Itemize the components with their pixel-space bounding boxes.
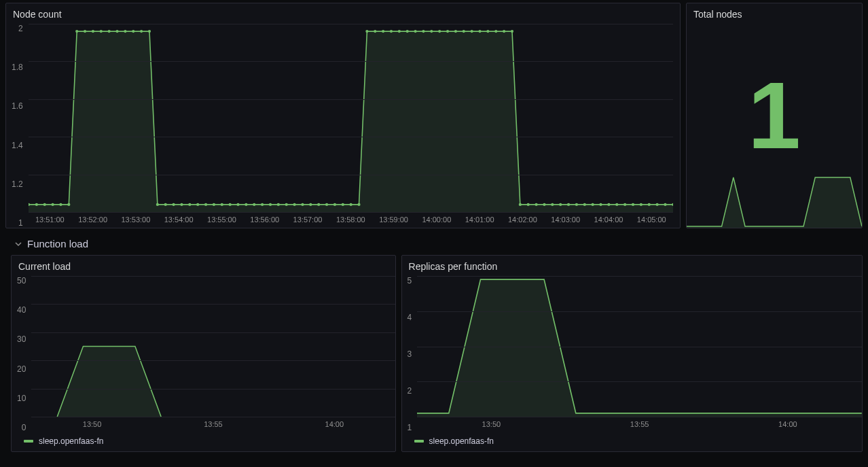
svg-point-69 — [583, 203, 585, 206]
svg-point-41 — [357, 203, 360, 206]
svg-point-10 — [107, 30, 110, 33]
svg-point-55 — [470, 30, 473, 33]
svg-point-12 — [124, 30, 126, 33]
y-axis: 50403020100 — [12, 276, 31, 432]
svg-point-3 — [51, 203, 54, 206]
svg-point-33 — [293, 203, 295, 206]
panel-replicas[interactable]: Replicas per function 54321 13:5013:5514… — [401, 255, 863, 452]
svg-point-32 — [285, 203, 287, 206]
svg-point-37 — [325, 203, 328, 206]
svg-point-36 — [317, 203, 320, 206]
legend-label: sleep.openfaas-fn — [39, 436, 103, 446]
svg-point-22 — [204, 203, 207, 206]
svg-point-61 — [518, 203, 521, 206]
svg-point-76 — [639, 203, 642, 206]
sparkline — [687, 173, 862, 228]
legend-swatch — [414, 440, 424, 443]
svg-point-75 — [632, 203, 634, 206]
svg-point-66 — [559, 203, 562, 206]
svg-point-67 — [567, 203, 570, 206]
svg-point-57 — [486, 30, 489, 33]
svg-point-18 — [172, 203, 175, 206]
svg-point-20 — [188, 203, 191, 206]
svg-point-15 — [148, 30, 151, 33]
svg-point-25 — [228, 203, 231, 206]
svg-point-9 — [99, 30, 102, 33]
svg-point-38 — [333, 203, 336, 206]
svg-point-79 — [664, 203, 666, 206]
legend[interactable]: sleep.openfaas-fn — [12, 432, 395, 451]
svg-point-44 — [382, 30, 384, 33]
legend-swatch — [24, 440, 33, 443]
svg-point-7 — [84, 30, 86, 33]
svg-point-21 — [196, 203, 199, 206]
svg-point-2 — [43, 203, 46, 206]
chart-svg — [29, 24, 673, 212]
panel-title: Total nodes — [687, 3, 862, 24]
svg-point-1 — [35, 203, 37, 206]
svg-point-53 — [454, 30, 456, 33]
legend[interactable]: sleep.openfaas-fn — [402, 432, 862, 451]
legend-label: sleep.openfaas-fn — [429, 436, 494, 446]
y-axis: 54321 — [402, 276, 418, 432]
svg-point-35 — [309, 203, 312, 206]
svg-point-39 — [341, 203, 344, 206]
row-toggle-function-load[interactable]: Function load — [0, 231, 868, 255]
svg-point-30 — [269, 203, 272, 206]
x-axis: 13:5013:5514:00 — [31, 417, 395, 432]
svg-point-58 — [494, 30, 497, 33]
svg-point-65 — [551, 203, 554, 206]
svg-point-23 — [213, 203, 215, 206]
svg-point-5 — [67, 203, 70, 206]
svg-point-71 — [599, 203, 602, 206]
plot-area[interactable] — [29, 24, 673, 213]
svg-point-59 — [503, 30, 505, 33]
svg-point-74 — [623, 203, 626, 206]
svg-point-48 — [414, 30, 416, 33]
svg-point-16 — [156, 203, 158, 206]
svg-point-19 — [180, 203, 183, 206]
svg-point-47 — [405, 30, 408, 33]
svg-point-43 — [374, 30, 376, 33]
svg-point-63 — [535, 203, 537, 206]
svg-point-56 — [478, 30, 481, 33]
svg-point-26 — [236, 203, 239, 206]
svg-point-72 — [607, 203, 610, 206]
panel-total-nodes[interactable]: Total nodes 1 — [686, 3, 863, 228]
chevron-down-icon — [15, 241, 22, 247]
svg-point-13 — [132, 30, 134, 33]
svg-point-31 — [276, 203, 279, 206]
svg-point-62 — [526, 203, 529, 206]
chart-svg — [31, 276, 395, 417]
svg-point-51 — [438, 30, 441, 33]
panel-title: Current load — [12, 256, 395, 276]
stat-value: 1 — [748, 68, 801, 163]
svg-point-17 — [164, 203, 166, 206]
svg-point-8 — [92, 30, 94, 33]
y-axis: 21.81.61.41.21 — [6, 24, 29, 228]
svg-point-68 — [575, 203, 577, 206]
svg-point-78 — [655, 203, 658, 206]
svg-point-34 — [301, 203, 304, 206]
svg-point-14 — [140, 30, 143, 33]
svg-point-77 — [647, 203, 650, 206]
panel-node-count[interactable]: Node count 21.81.61.41.21 13:51:0013:52:… — [5, 3, 681, 228]
svg-point-42 — [365, 30, 368, 33]
svg-point-54 — [462, 30, 465, 33]
svg-point-49 — [422, 30, 424, 33]
svg-point-6 — [75, 30, 78, 33]
svg-point-4 — [59, 203, 62, 206]
plot-area[interactable] — [31, 276, 395, 417]
panel-title: Replicas per function — [402, 256, 862, 276]
svg-point-45 — [390, 30, 393, 33]
row-title: Function load — [27, 238, 88, 249]
panel-current-load[interactable]: Current load 50403020100 13:5013:5514:00… — [11, 255, 396, 452]
svg-point-24 — [220, 203, 223, 206]
plot-area[interactable] — [417, 276, 862, 417]
svg-point-52 — [446, 30, 449, 33]
svg-point-60 — [511, 30, 513, 33]
svg-point-27 — [245, 203, 247, 206]
svg-point-64 — [543, 203, 545, 206]
svg-point-28 — [253, 203, 255, 206]
svg-point-50 — [430, 30, 433, 33]
